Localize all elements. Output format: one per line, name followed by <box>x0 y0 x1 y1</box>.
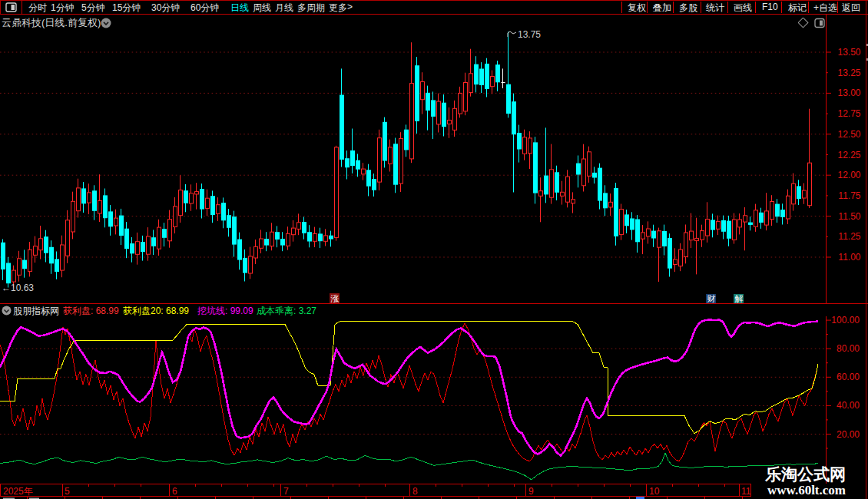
svg-text:8: 8 <box>412 486 418 497</box>
svg-text:←10.63: ←10.63 <box>2 283 34 293</box>
svg-text:12.00: 12.00 <box>837 170 860 180</box>
svg-text:财: 财 <box>707 294 716 303</box>
svg-text:11.50: 11.50 <box>838 211 860 222</box>
svg-text:12.75: 12.75 <box>837 108 860 119</box>
svg-text:13.25: 13.25 <box>837 68 860 78</box>
svg-text:10: 10 <box>649 486 660 497</box>
svg-text:11.25: 11.25 <box>838 231 860 242</box>
svg-text:7: 7 <box>283 486 289 497</box>
svg-text:20.00: 20.00 <box>837 429 860 440</box>
svg-text:11: 11 <box>741 486 751 497</box>
svg-text:13.00: 13.00 <box>837 88 860 98</box>
svg-text:2025年: 2025年 <box>3 486 33 497</box>
svg-text:60.00: 60.00 <box>837 372 860 382</box>
svg-text:11.75: 11.75 <box>838 190 860 201</box>
svg-text:13.50: 13.50 <box>837 47 860 58</box>
svg-text:12.50: 12.50 <box>837 129 860 140</box>
svg-text:解: 解 <box>735 294 744 303</box>
svg-text:40.00: 40.00 <box>837 400 860 411</box>
svg-text:12.25: 12.25 <box>837 150 860 160</box>
svg-text:5: 5 <box>65 486 70 497</box>
svg-text:80.00: 80.00 <box>837 343 860 354</box>
svg-text:100.00: 100.00 <box>831 316 860 326</box>
svg-text:涨: 涨 <box>331 294 340 303</box>
svg-text:13.75: 13.75 <box>518 29 541 40</box>
svg-text:6: 6 <box>172 486 177 497</box>
svg-text:9: 9 <box>528 486 534 497</box>
svg-text:11.00: 11.00 <box>838 252 860 263</box>
